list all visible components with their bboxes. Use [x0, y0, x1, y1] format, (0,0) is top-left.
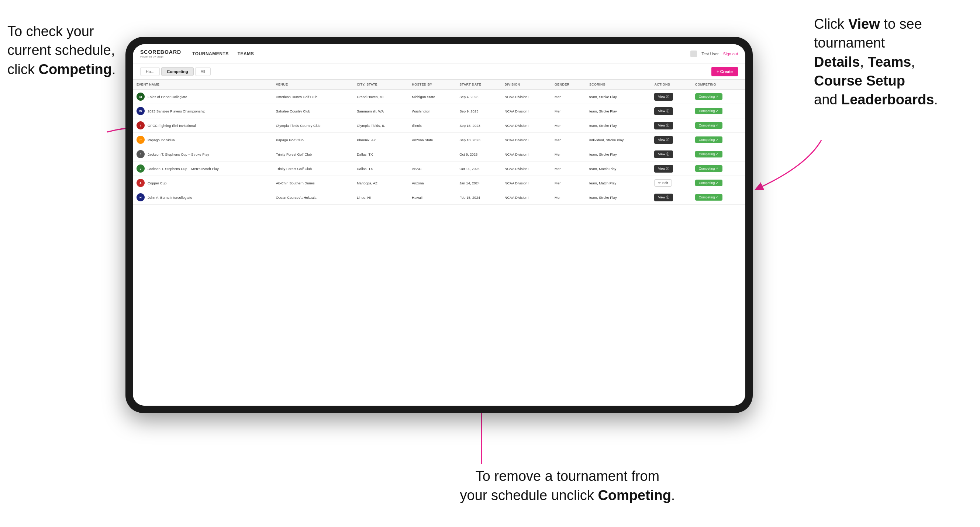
- cell-hosted-by: ABAC: [408, 162, 456, 176]
- table-row: I OFCC Fighting Illini Invitational Olym…: [133, 118, 745, 133]
- table-row: A Copper Cup Ak-Chin Southern DunesMaric…: [133, 176, 745, 190]
- col-gender: GENDER: [551, 80, 585, 90]
- cell-city-state: Sammamish, WA: [353, 104, 408, 118]
- competing-button[interactable]: Competing ✓: [695, 108, 722, 114]
- toolbar-tabs: Ho... Competing All: [140, 67, 211, 76]
- cell-division: NCAA Division I: [501, 90, 551, 104]
- cell-event-name: J Jackson T. Stephens Cup – Stroke Play: [133, 147, 272, 162]
- cell-city-state: Phoenix, AZ: [353, 133, 408, 147]
- cell-actions: View ⓘ: [651, 104, 691, 118]
- annotation-line1: To check your: [7, 24, 94, 39]
- cell-event-name: W 2023 Sahalee Players Championship: [133, 104, 272, 118]
- cell-venue: American Dunes Golf Club: [272, 90, 353, 104]
- competing-button[interactable]: Competing ✓: [695, 179, 722, 186]
- team-logo: M: [137, 92, 145, 101]
- col-scoring: SCORING: [585, 80, 651, 90]
- cell-venue: Trinity Forest Golf Club: [272, 162, 353, 176]
- view-button[interactable]: View ⓘ: [654, 194, 673, 202]
- cell-competing: Competing ✓: [692, 176, 745, 190]
- team-logo: I: [137, 121, 145, 129]
- cell-division: NCAA Division I: [501, 176, 551, 190]
- nav-signout[interactable]: Sign out: [723, 52, 738, 56]
- tablet-device: SCOREBOARD Powered by clippi TOURNAMENTS…: [126, 37, 753, 413]
- nav-link-teams[interactable]: TEAMS: [238, 51, 254, 56]
- table-row: M Folds of Honor Collegiate American Dun…: [133, 90, 745, 104]
- cell-start-date: Jan 14, 2024: [456, 176, 501, 190]
- competing-button[interactable]: Competing ✓: [695, 194, 722, 201]
- cell-gender: Men: [551, 133, 585, 147]
- view-button[interactable]: View ⓘ: [654, 151, 673, 158]
- cell-actions: View ⓘ: [651, 162, 691, 176]
- nav-logo: SCOREBOARD Powered by clippi: [140, 49, 181, 58]
- cell-hosted-by: Illinois: [408, 118, 456, 133]
- cell-actions: ✏ Edit: [651, 176, 691, 190]
- team-logo: W: [137, 107, 145, 115]
- table-row: J Jackson T. Stephens Cup – Stroke Play …: [133, 147, 745, 162]
- nav-user: Test User: [702, 52, 718, 56]
- view-button[interactable]: View ⓘ: [654, 93, 673, 101]
- cell-scoring: team, Stroke Play: [585, 190, 651, 205]
- event-name: OFCC Fighting Illini Invitational: [148, 124, 196, 128]
- cell-event-name: M Folds of Honor Collegiate: [133, 90, 272, 104]
- cell-start-date: Oct 11, 2023: [456, 162, 501, 176]
- annotation-top-left: To check your current schedule, click Co…: [7, 22, 133, 79]
- cell-scoring: team, Stroke Play: [585, 118, 651, 133]
- col-city-state: CITY, STATE: [353, 80, 408, 90]
- cell-venue: Sahalee Country Club: [272, 104, 353, 118]
- cell-hosted-by: Hawaii: [408, 190, 456, 205]
- edit-button[interactable]: ✏ Edit: [654, 179, 672, 187]
- event-name: John A. Burns Intercollegiate: [148, 195, 192, 200]
- event-name: Jackson T. Stephens Cup – Stroke Play: [148, 152, 209, 156]
- table-body: M Folds of Honor Collegiate American Dun…: [133, 90, 745, 205]
- view-button[interactable]: View ⓘ: [654, 165, 673, 173]
- cell-division: NCAA Division I: [501, 147, 551, 162]
- annotation-bottom: To remove a tournament from your schedul…: [438, 467, 697, 505]
- team-logo: J: [137, 165, 145, 173]
- event-name: Folds of Honor Collegiate: [148, 95, 187, 99]
- tab-home[interactable]: Ho...: [140, 67, 160, 76]
- cell-event-name: H John A. Burns Intercollegiate: [133, 190, 272, 205]
- competing-button[interactable]: Competing ✓: [695, 165, 722, 172]
- competing-button[interactable]: Competing ✓: [695, 93, 722, 100]
- cell-city-state: Dallas, TX: [353, 147, 408, 162]
- team-logo: H: [137, 193, 145, 202]
- view-button[interactable]: View ⓘ: [654, 136, 673, 144]
- cell-scoring: team, Match Play: [585, 162, 651, 176]
- cell-actions: View ⓘ: [651, 118, 691, 133]
- cell-scoring: team, Stroke Play: [585, 147, 651, 162]
- competing-button[interactable]: Competing ✓: [695, 137, 722, 143]
- arrow-to-actions: [751, 137, 825, 195]
- cell-gender: Men: [551, 118, 585, 133]
- tab-competing[interactable]: Competing: [161, 67, 193, 76]
- cell-venue: Ak-Chin Southern Dunes: [272, 176, 353, 190]
- cell-actions: View ⓘ: [651, 133, 691, 147]
- event-name: Copper Cup: [148, 181, 166, 185]
- tab-all[interactable]: All: [195, 67, 211, 76]
- cell-start-date: Sep 4, 2023: [456, 90, 501, 104]
- cell-start-date: Feb 15, 2024: [456, 190, 501, 205]
- nav-link-tournaments[interactable]: TOURNAMENTS: [192, 51, 229, 56]
- cell-actions: View ⓘ: [651, 190, 691, 205]
- cell-city-state: Olympia Fields, IL: [353, 118, 408, 133]
- create-button[interactable]: + Create: [711, 67, 738, 76]
- event-name: Papago Individual: [148, 138, 176, 142]
- col-venue: VENUE: [272, 80, 353, 90]
- view-button[interactable]: View ⓘ: [654, 122, 673, 129]
- competing-button[interactable]: Competing ✓: [695, 151, 722, 157]
- event-name: 2023 Sahalee Players Championship: [148, 109, 205, 113]
- nav-logo-title: SCOREBOARD: [140, 49, 181, 55]
- cell-event-name: A Copper Cup: [133, 176, 272, 190]
- cell-scoring: individual, Stroke Play: [585, 133, 651, 147]
- team-logo: P: [137, 136, 145, 144]
- team-logo: J: [137, 150, 145, 158]
- tablet-screen: SCOREBOARD Powered by clippi TOURNAMENTS…: [133, 44, 745, 406]
- annotation-line3: click Competing.: [7, 62, 116, 77]
- cell-gender: Men: [551, 176, 585, 190]
- cell-competing: Competing ✓: [692, 190, 745, 205]
- cell-hosted-by: Washington: [408, 104, 456, 118]
- cell-division: NCAA Division I: [501, 190, 551, 205]
- view-button[interactable]: View ⓘ: [654, 107, 673, 115]
- cell-gender: Men: [551, 104, 585, 118]
- competing-button[interactable]: Competing ✓: [695, 122, 722, 129]
- cell-actions: View ⓘ: [651, 90, 691, 104]
